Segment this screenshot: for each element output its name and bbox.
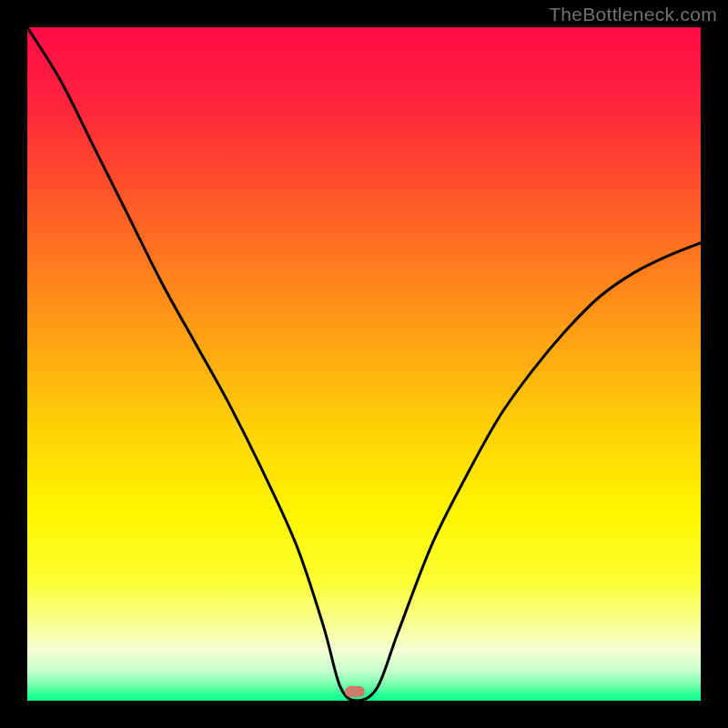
optimal-point-marker (345, 686, 365, 697)
plot-area (27, 27, 701, 701)
watermark-text: TheBottleneck.com (549, 4, 717, 25)
bottleneck-curve (27, 27, 701, 701)
chart-frame: TheBottleneck.com (0, 0, 728, 728)
